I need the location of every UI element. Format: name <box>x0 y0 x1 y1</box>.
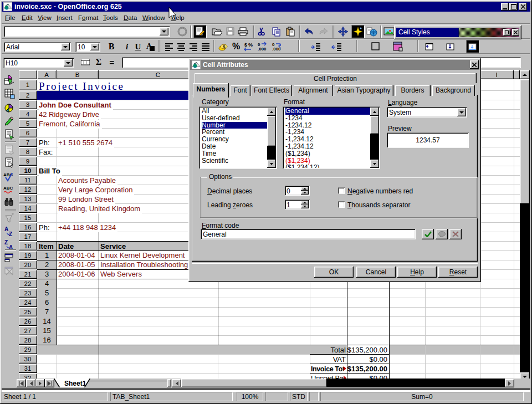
svg-text:Z: Z <box>4 239 8 246</box>
svg-text:Z: Z <box>9 231 12 237</box>
svg-text:A: A <box>4 226 8 232</box>
svg-text:.000: .000 <box>258 47 267 52</box>
svg-text:$: $ <box>244 42 247 48</box>
svg-text:A: A <box>146 42 152 50</box>
svg-text:%: % <box>248 42 253 48</box>
svg-text:$: $ <box>223 44 226 49</box>
svg-text:ABC: ABC <box>3 186 13 191</box>
